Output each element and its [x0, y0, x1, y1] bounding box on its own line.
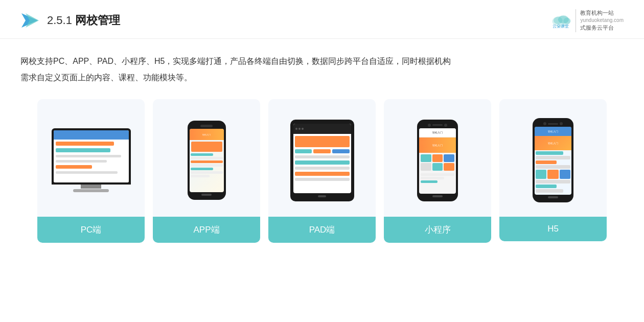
pc-bar-5	[56, 165, 93, 169]
h5-speaker	[548, 123, 558, 125]
pc-bar-4	[56, 160, 107, 163]
mg2	[432, 154, 443, 162]
h5-r5	[536, 180, 570, 183]
brand-cloud-icon: 云朵课堂	[550, 11, 572, 30]
card-pc-label: PC端	[37, 217, 145, 243]
description-line1: 网校支持PC、APP、PAD、小程序、H5，实现多端打通，产品各终端自由切换，数…	[20, 53, 624, 70]
pc-screen-inner	[54, 130, 129, 182]
pad-dot-3	[302, 128, 304, 130]
card-miniapp: 轻松入门 轻松人门	[384, 99, 491, 243]
h5-image-area: 轻松入门 轻松人门	[499, 99, 607, 217]
title-main: 网校管理	[75, 14, 120, 27]
h5-mockup: 轻松入门 轻松人门	[533, 118, 573, 202]
card-pad-label: PAD端	[268, 217, 376, 243]
h5-header: 轻松入门	[535, 127, 571, 136]
pc-bar-2	[56, 148, 110, 152]
h5-camera	[543, 122, 546, 125]
miniapp-camera-2	[444, 124, 447, 127]
app-row-3	[191, 160, 223, 163]
miniapp-screen: 轻松入门 轻松人门	[419, 128, 456, 194]
pad-body	[293, 134, 351, 183]
page-title: 2.5.1 网校管理	[47, 13, 120, 28]
pc-stand	[81, 185, 101, 189]
h5-home-button	[548, 196, 558, 198]
pc-bar-6	[56, 171, 118, 174]
pad-b2	[295, 160, 350, 165]
miniapp-notch	[428, 124, 447, 127]
app-screen: 轻松入门	[190, 129, 224, 192]
logo-arrow-icon	[20, 11, 39, 30]
card-h5-label: H5	[499, 217, 607, 241]
pc-bar-3	[56, 155, 122, 157]
app-home-button	[201, 194, 212, 196]
header-left: 2.5.1 网校管理	[20, 11, 120, 30]
app-row-7	[191, 175, 210, 177]
h5-g1	[536, 170, 546, 179]
description-line2: 需求自定义页面上的内容、课程、功能模块等。	[20, 70, 624, 86]
pad-dot-1	[295, 128, 297, 130]
pad-dot-2	[298, 128, 301, 130]
miniapp-mockup: 轻松入门 轻松人门	[417, 120, 458, 201]
pc-screen-content	[54, 130, 129, 182]
page-header: 2.5.1 网校管理 云朵课堂 教育机构一站 yunduoketang.com …	[0, 0, 644, 39]
h5-g3	[560, 170, 570, 179]
device-cards: PC端 轻松入门	[0, 94, 644, 243]
h5-content	[535, 150, 571, 194]
h5-r3	[536, 160, 557, 164]
h5-r7	[536, 189, 563, 193]
mg6	[444, 163, 454, 171]
pad-banner	[295, 136, 350, 147]
pad-b1	[295, 155, 350, 158]
pad-g1	[295, 149, 312, 153]
card-miniapp-label: 小程序	[384, 217, 491, 243]
app-row-4	[191, 164, 223, 167]
card-h5: 轻松入门 轻松人门	[499, 99, 607, 241]
pad-header	[293, 124, 351, 134]
pad-mockup	[290, 120, 354, 201]
h5-banner: 轻松人门	[535, 136, 571, 150]
app-screen-header: 轻松入门	[190, 129, 224, 140]
pc-screen-outer	[52, 128, 131, 185]
mt2	[421, 177, 444, 179]
page: 2.5.1 网校管理 云朵课堂 教育机构一站 yunduoketang.com …	[0, 0, 644, 322]
app-notch	[200, 125, 213, 127]
card-app-label: APP端	[153, 217, 260, 243]
brand-tagline1: 教育机构一站	[580, 9, 624, 17]
app-image-area: 轻松入门	[153, 99, 260, 217]
pad-b3	[295, 167, 350, 170]
svg-text:云朵课堂: 云朵课堂	[553, 24, 569, 29]
brand-logo: 云朵课堂 教育机构一站 yunduoketang.com 式服务云平台	[550, 9, 624, 32]
h5-camera-2	[560, 122, 563, 125]
miniapp-text-area	[419, 172, 456, 184]
pc-bar-1	[56, 142, 114, 146]
description-block: 网校支持PC、APP、PAD、小程序、H5，实现多端打通，产品各终端自由切换，数…	[0, 39, 644, 94]
pc-base	[73, 189, 109, 192]
pad-grid	[295, 149, 350, 154]
pc-image-area	[37, 99, 145, 217]
h5-r6	[536, 185, 557, 188]
brand-site: yunduoketang.com	[580, 17, 624, 24]
pad-image-area	[268, 99, 376, 217]
app-banner	[191, 142, 222, 152]
h5-grid	[536, 170, 570, 179]
miniapp-image-area: 轻松入门 轻松人门	[384, 99, 491, 217]
mt3	[421, 180, 438, 183]
brand-tagline2: 式服务云平台	[580, 24, 624, 32]
app-row-1	[191, 153, 213, 156]
app-row-5	[191, 168, 213, 170]
card-app: 轻松入门	[153, 99, 260, 243]
h5-r1	[536, 151, 563, 155]
pc-mockup	[52, 128, 131, 192]
h5-r4	[536, 165, 570, 169]
app-row-2	[191, 157, 223, 159]
brand-text: 教育机构一站 yunduoketang.com 式服务云平台	[576, 9, 624, 32]
mg1	[421, 154, 431, 162]
app-mockup: 轻松入门	[188, 121, 226, 200]
card-pc: PC端	[37, 99, 145, 243]
card-pad: PAD端	[268, 99, 376, 243]
h5-g2	[547, 170, 558, 179]
pc-screen-bar	[54, 140, 129, 175]
h5-r2	[536, 156, 570, 159]
app-row-6	[191, 171, 223, 174]
mg5	[432, 163, 443, 171]
